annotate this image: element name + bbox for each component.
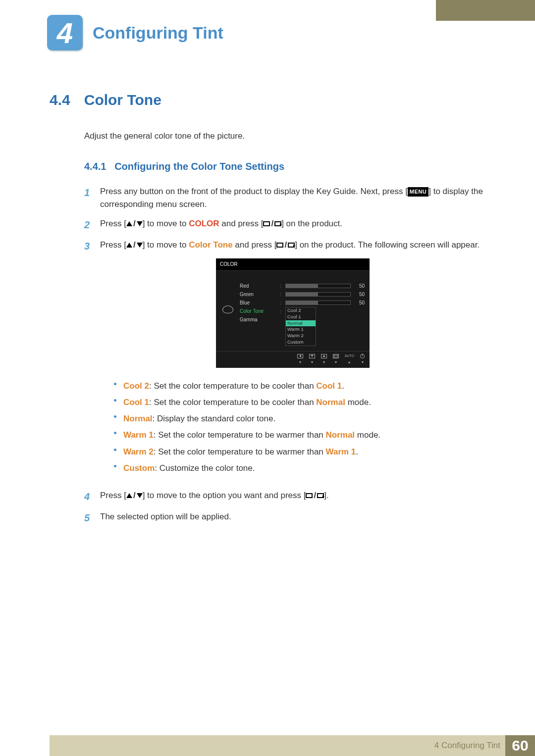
bullet-cool1: Cool 1: Set the color temperature to be …	[114, 394, 485, 410]
step-text: ] to move to	[143, 219, 189, 228]
step-number: 5	[84, 510, 93, 526]
osd-dd-custom: Custom	[286, 339, 316, 346]
menu-button-icon: MENU	[408, 187, 428, 197]
chapter-header: 4 Configuring Tint	[47, 15, 223, 50]
osd-back-icon: ▾	[297, 354, 303, 365]
step-text: Press [	[100, 219, 126, 228]
up-down-arrows-icon: /	[126, 239, 143, 252]
osd-power-icon: ▾	[360, 354, 365, 365]
osd-dd-warm1: Warm 1	[286, 326, 316, 333]
osd-label-gamma: Gamma	[240, 315, 258, 324]
bullet-normal: Normal: Display the standard color tone.	[114, 410, 485, 427]
footer-text: 4 Configuring Tint	[434, 741, 500, 751]
osd-value-blue: 50	[354, 298, 365, 307]
osd-palette-icon	[221, 282, 235, 346]
step-3: 3 Press [/] to move to Color Tone and pr…	[84, 239, 485, 483]
step-text: ] to move to the option you want and pre…	[143, 491, 306, 500]
bullet-warm1: Warm 1: Set the color temperature to be …	[114, 427, 485, 443]
step-text: Press any button on the front of the pro…	[100, 187, 408, 196]
up-down-arrows-icon: /	[126, 489, 143, 502]
osd-slider-red	[285, 284, 351, 288]
section-heading: 4.4 Color Tone	[50, 92, 485, 108]
osd-down-icon: ▾	[309, 354, 315, 365]
step-text: ] on the product.	[281, 219, 342, 228]
section-title: Color Tone	[84, 92, 161, 108]
subsection-title: Configuring the Color Tone Settings	[114, 161, 284, 172]
top-accent-bar	[436, 0, 535, 21]
select-enter-icon: /	[276, 239, 295, 252]
step-2: 2 Press [/] to move to COLOR and press […	[84, 217, 485, 233]
step-number: 1	[84, 185, 93, 211]
osd-slider-green	[285, 292, 351, 297]
page-content: 4.4 Color Tone Adjust the general color …	[50, 92, 485, 532]
bullet-warm2: Warm 2: Set the color temperature to be …	[114, 444, 485, 460]
step-4: 4 Press [/] to move to the option you wa…	[84, 489, 485, 504]
page-number: 60	[505, 735, 535, 756]
page-footer: 4 Configuring Tint 60	[50, 735, 535, 756]
step-text: and press [	[219, 219, 264, 228]
section-number: 4.4	[50, 92, 70, 108]
step-number: 3	[84, 239, 93, 483]
option-bullets: Cool 2: Set the color temperature to be …	[114, 378, 485, 476]
step-text: ] on the product. The following screen w…	[295, 240, 480, 250]
osd-dd-cool2: Cool 2	[286, 307, 316, 314]
section-intro: Adjust the general color tone of the pic…	[84, 131, 485, 141]
step-text: and press [	[233, 240, 277, 250]
subsection-heading: 4.4.1 Configuring the Color Tone Setting…	[84, 161, 485, 172]
osd-dropdown-colortone: Cool 2 Cool 1 Normal Warm 1 Warm 2 Custo…	[285, 307, 316, 346]
highlight-colortone: Color Tone	[189, 240, 232, 250]
osd-dd-cool1: Cool 1	[286, 314, 316, 320]
osd-footer-icons: ▾ ▾ ▾ ▾ AUTO▾ ▾	[216, 351, 370, 366]
step-5: 5 The selected option will be applied.	[84, 510, 485, 526]
highlight-color: COLOR	[189, 219, 219, 228]
step-text: ] to move to	[143, 240, 189, 250]
chapter-number-badge: 4	[47, 15, 83, 50]
osd-slider-blue	[285, 301, 351, 305]
step-text: ].	[324, 491, 328, 500]
step-text: Press [	[100, 240, 126, 250]
osd-auto-label: AUTO▾	[345, 353, 354, 366]
bullet-custom: Custom: Customize the color tone.	[114, 460, 485, 476]
steps-list: 1 Press any button on the front of the p…	[84, 185, 485, 526]
step-number: 2	[84, 217, 93, 233]
osd-dd-warm2: Warm 2	[286, 333, 316, 339]
osd-screenshot: COLOR Red Green Blue Color Tone Gamma	[216, 258, 370, 368]
bullet-cool2: Cool 2: Set the color temperature to be …	[114, 378, 485, 394]
chapter-title: Configuring Tint	[93, 23, 223, 43]
select-enter-icon: /	[306, 489, 324, 502]
step-number: 4	[84, 489, 93, 504]
step-1: 1 Press any button on the front of the p…	[84, 185, 485, 211]
step-text: The selected option will be applied.	[100, 510, 485, 526]
osd-up-icon: ▾	[321, 354, 327, 365]
osd-dd-normal: Normal	[286, 320, 316, 327]
osd-title: COLOR	[216, 258, 370, 271]
subsection-number: 4.4.1	[84, 161, 106, 172]
osd-enter-icon: ▾	[333, 354, 339, 365]
up-down-arrows-icon: /	[126, 217, 143, 230]
select-enter-icon: /	[263, 217, 281, 230]
step-text: Press [	[100, 491, 126, 500]
